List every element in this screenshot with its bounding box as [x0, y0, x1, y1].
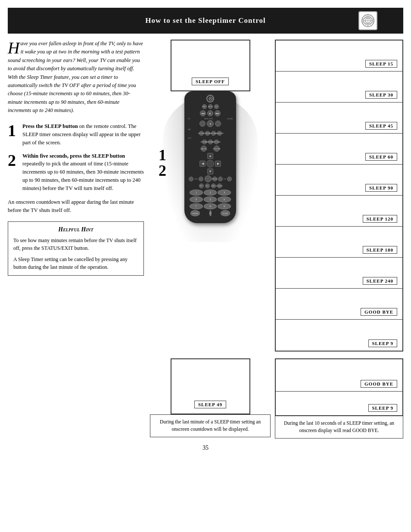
sleep-9-label: SLEEP 9 [368, 339, 398, 347]
good-bye-label: GOOD BYE [361, 380, 397, 388]
vol-plus[interactable]: + [199, 177, 203, 181]
remote-bottom-row: ENTER 0 SLEEP [187, 210, 234, 216]
remote-row-7: PC TV HD RADIO [187, 184, 234, 188]
dpad-right[interactable]: ▶ [215, 161, 221, 167]
remote-label-row-3: ACC [187, 137, 234, 139]
vol-label: VOL [194, 178, 198, 180]
clear-label: CLEAR [227, 118, 233, 120]
remote-row-6: MENU SOUND [187, 146, 234, 152]
remote-row-4: SLEEP TIMER SOURCE FORMAT [187, 131, 234, 136]
ok-btn[interactable]: ■ [207, 120, 214, 127]
sleep-9-bottom-label: SLEEP 9 [368, 404, 398, 412]
sleep-45-label: SLEEP 45 [365, 122, 397, 130]
sleep-goodbye-label: GOOD BYE [361, 308, 397, 316]
sleep-49-screen: SLEEP 49 [171, 358, 250, 414]
sleep-off-label: SLEEP OFF [192, 78, 229, 85]
remote-row-1: PIP POS SZ [187, 104, 234, 109]
right-column: SLEEP 15 SLEEP 30 SLEEP 45 SLEEP 60 SLEE… [271, 34, 403, 352]
btn-9[interactable]: 9 [218, 203, 231, 209]
remote-power-row [187, 95, 234, 103]
step-2-number: 2 [8, 152, 18, 168]
btn-0[interactable]: 0 [209, 210, 212, 216]
enter-btn[interactable]: ENTER [190, 210, 200, 216]
btn-7[interactable]: 7 [190, 203, 203, 209]
hint-title-text: Helpful Hint [58, 226, 93, 233]
main-content: Have you ever fallen asleep in front of … [8, 34, 403, 352]
ch-minus[interactable]: − [218, 177, 223, 181]
page-title: How to set the Sleeptimer Control [53, 16, 358, 25]
btn-3[interactable]: 3 [218, 190, 231, 196]
acc-label: ACC [188, 137, 191, 139]
radio-btn[interactable]: RADIO [217, 184, 222, 188]
hint-line-2: A Sleep Timer setting can be cancelled b… [13, 255, 138, 271]
sleep2-btn[interactable]: SLEEP [221, 210, 230, 216]
sleep-panel-goodbye: GOOD BYE [276, 289, 402, 320]
sleep-btn[interactable]: SLEEP [199, 131, 204, 136]
menu-btn[interactable]: MENU [201, 146, 207, 152]
scene-btn[interactable]: PICTURE [214, 140, 219, 144]
page-header: How to set the Sleeptimer Control [8, 8, 403, 34]
remote-label-row-1: TV PROG LIST CLEAR [187, 118, 234, 120]
sleep-panel-15: SLEEP 15 [276, 40, 402, 72]
hd-btn[interactable]: HD [211, 184, 216, 188]
play-btn[interactable]: ▶ [207, 110, 213, 116]
bottom-middle: SLEEP 49 During the last minute of a SLE… [150, 358, 271, 439]
btn-2[interactable]: 2 [204, 190, 217, 196]
bottom-left-caption: During the last minute of a SLEEP timer … [150, 414, 271, 437]
pip-btn[interactable]: PIP [202, 104, 207, 109]
mute-btn[interactable] [205, 175, 212, 182]
next-btn[interactable] [215, 121, 221, 127]
vol-ch-row: − VOL + MUTE − CH + [187, 175, 234, 182]
intro-text: Have you ever fallen asleep in front of … [8, 40, 144, 115]
remote-row-5: SOUND CONTROL PICTURE [187, 140, 234, 144]
pc-btn[interactable]: PC [199, 184, 204, 188]
vol-minus[interactable]: − [189, 177, 193, 181]
mute-label[interactable]: MUTE [212, 177, 217, 181]
format-btn[interactable]: FORMAT [217, 131, 222, 136]
sound2-btn[interactable]: SOUND [214, 146, 220, 152]
overlay-2: 2 [159, 163, 166, 178]
numpad: 1 2 3 4 5 6 7 8 9 [187, 190, 234, 209]
sleep-49-label: SLEEP 49 [194, 401, 226, 408]
sleep-panel-60: SLEEP 60 [276, 134, 402, 165]
prev-btn[interactable] [199, 121, 206, 127]
overlay-1: 1 [159, 147, 166, 163]
sleep-panel-90: SLEEP 90 [276, 165, 402, 196]
dpad-left[interactable]: ◀ [199, 161, 206, 167]
countdown-note: An onscreen countdown will appear during… [8, 198, 144, 215]
dpad-down[interactable]: ▼ [207, 168, 213, 174]
tv-label: TV [188, 118, 190, 120]
dpad-up[interactable]: ▲ [207, 153, 213, 159]
prog-list-label: PROG LIST [204, 118, 213, 120]
hint-text: To see how many minutes remain before th… [13, 236, 138, 271]
btn-6[interactable]: 6 [218, 196, 231, 202]
bottom-right: GOOD BYE SLEEP 9 During the last 10 seco… [271, 358, 403, 439]
btn-1[interactable]: 1 [190, 190, 203, 196]
remote-area: 1 2 PIP POS SZ ◀◀ ▶ ▶▶ [150, 87, 271, 223]
header-icon [358, 11, 377, 30]
remote-control: PIP POS SZ ◀◀ ▶ ▶▶ TV PROG LIST CLEAR ■ [184, 91, 236, 223]
rew-btn[interactable]: ◀◀ [200, 110, 206, 116]
btn-5[interactable]: 5 [204, 196, 217, 202]
step-1-number: 1 [8, 122, 18, 139]
pos-btn[interactable]: POS [208, 104, 213, 109]
sleep-90-label: SLEEP 90 [365, 184, 397, 192]
sz-btn[interactable]: SZ [214, 104, 219, 109]
hint-box: Helpful Hint To see how many minutes rem… [8, 221, 144, 276]
tv-btn[interactable]: TV [205, 184, 210, 188]
sleep-180-label: SLEEP 180 [363, 246, 398, 254]
power-button[interactable] [206, 95, 214, 103]
sleep-15-label: SLEEP 15 [365, 60, 397, 68]
sleep-9-screen: SLEEP 9 [276, 392, 402, 415]
sleep-panel-45: SLEEP 45 [276, 103, 402, 134]
ch-plus[interactable]: + [227, 177, 232, 181]
step-overlay: 1 2 [159, 147, 166, 178]
dpad-center[interactable] [206, 160, 214, 168]
btn-8[interactable]: 8 [204, 203, 217, 209]
remote-row-2: ◀◀ ▶ ▶▶ [187, 110, 234, 116]
btn-4[interactable]: 4 [190, 196, 203, 202]
middle-column: SLEEP OFF 1 2 PIP POS SZ [150, 34, 271, 352]
ff-btn[interactable]: ▶▶ [215, 110, 221, 116]
bottom-right-panels: GOOD BYE SLEEP 9 [275, 358, 403, 416]
sleep-120-label: SLEEP 120 [363, 215, 398, 223]
